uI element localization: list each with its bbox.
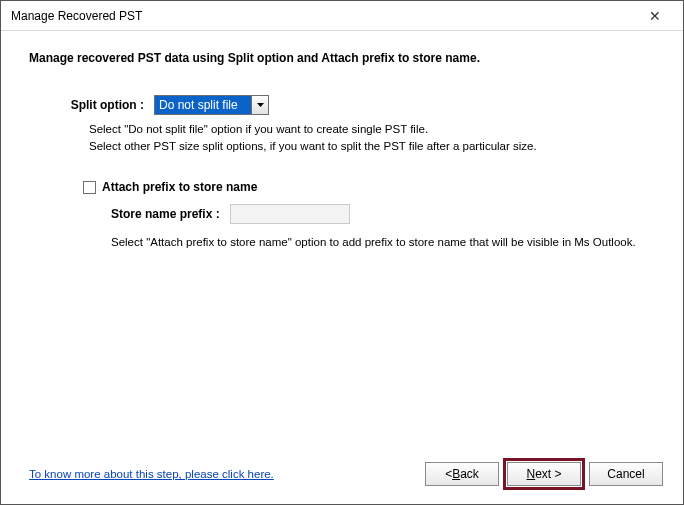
split-option-select[interactable]: Do not split file <box>154 95 269 115</box>
back-button[interactable]: < Back <box>425 462 499 486</box>
dialog-window: Manage Recovered PST ✕ Manage recovered … <box>0 0 684 505</box>
next-rest: ext > <box>535 467 561 481</box>
prefix-input[interactable] <box>230 204 350 224</box>
prefix-block: Attach prefix to store name Store name p… <box>83 180 655 248</box>
content-area: Manage recovered PST data using Split op… <box>1 31 683 504</box>
cancel-button[interactable]: Cancel <box>589 462 663 486</box>
titlebar: Manage Recovered PST ✕ <box>1 1 683 31</box>
prefix-checkbox[interactable] <box>83 181 96 194</box>
close-icon[interactable]: ✕ <box>635 8 675 24</box>
footer: To know more about this step, please cli… <box>1 450 683 504</box>
back-prefix: < <box>445 467 452 481</box>
window-title: Manage Recovered PST <box>11 9 635 23</box>
prefix-input-row: Store name prefix : <box>111 204 655 224</box>
split-option-info: Select "Do not split file" option if you… <box>89 121 655 154</box>
split-option-label: Split option : <box>59 98 154 112</box>
svg-marker-0 <box>257 103 264 107</box>
page-heading: Manage recovered PST data using Split op… <box>29 51 655 65</box>
prefix-input-label: Store name prefix : <box>111 207 220 221</box>
back-underline: B <box>452 467 460 481</box>
dropdown-arrow-icon[interactable] <box>251 96 268 114</box>
split-option-row: Split option : Do not split file <box>59 95 655 115</box>
back-rest: ack <box>460 467 479 481</box>
prefix-info: Select "Attach prefix to store name" opt… <box>111 236 655 248</box>
next-button[interactable]: Next > <box>507 462 581 486</box>
prefix-checkbox-label: Attach prefix to store name <box>102 180 257 194</box>
help-link[interactable]: To know more about this step, please cli… <box>29 468 274 480</box>
prefix-checkbox-row: Attach prefix to store name <box>83 180 655 194</box>
split-info-line2: Select other PST size split options, if … <box>89 138 655 155</box>
split-option-value: Do not split file <box>155 96 251 114</box>
split-info-line1: Select "Do not split file" option if you… <box>89 121 655 138</box>
next-underline: N <box>526 467 535 481</box>
